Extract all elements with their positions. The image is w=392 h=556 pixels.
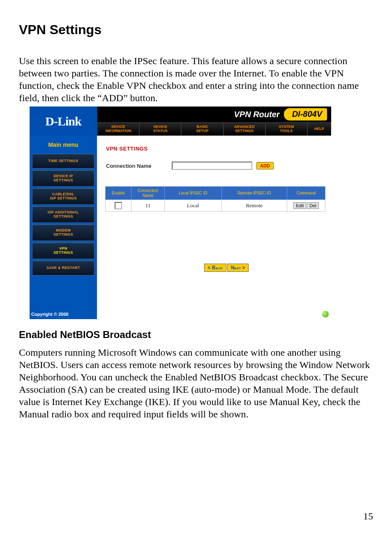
sidebar: Main menu TIME SETTINGS DEVICE IPSETTING… — [30, 136, 97, 319]
section-netbios-body: Computers running Microsoft Windows can … — [19, 346, 373, 420]
topnav-advanced-settings[interactable]: ADVANCEDSETTINGS — [224, 122, 265, 136]
status-indicator-icon — [322, 311, 329, 317]
edit-button[interactable]: Edit — [293, 202, 306, 209]
topnav-help[interactable]: HELP — [307, 122, 331, 136]
cell-connection-name: 11 — [131, 200, 165, 212]
top-nav: DEVICEINFORMATION DEVICESTATUS BASICSETU… — [97, 122, 331, 136]
content-pane: VPN SETTINGS Connection Name ADD Enable … — [97, 136, 331, 319]
connections-table: Enable ConnectionName Local IPSEC ID Rem… — [105, 186, 325, 212]
header-right: VPN Router DI-804V DEVICEINFORMATION DEV… — [97, 107, 331, 136]
add-button[interactable]: ADD — [256, 162, 274, 169]
th-remote-ipsec: Remote IPSEC ID — [221, 187, 287, 200]
topnav-device-status[interactable]: DEVICESTATUS — [139, 122, 181, 136]
router-header: D-Link VPN Router DI-804V DEVICEINFORMAT… — [30, 107, 331, 136]
next-button[interactable]: Next > — [227, 264, 249, 272]
copyright-text: Copyright © 2000 — [31, 312, 69, 317]
del-button[interactable]: Del — [307, 202, 319, 209]
th-command: Command — [287, 187, 325, 200]
th-local-ipsec: Local IPSEC ID — [165, 187, 222, 200]
back-button[interactable]: < Back — [204, 264, 226, 272]
sidebar-item-isp-additional[interactable]: ISP ADDITIONALSETTINGS — [32, 206, 95, 223]
router-title: VPN Router — [234, 110, 280, 119]
topnav-device-information[interactable]: DEVICEINFORMATION — [97, 122, 139, 136]
sidebar-item-time-settings[interactable]: TIME SETTINGS — [32, 154, 95, 169]
connection-name-input[interactable] — [172, 162, 252, 170]
router-screenshot: D-Link VPN Router DI-804V DEVICEINFORMAT… — [30, 107, 331, 319]
topnav-system-tools[interactable]: SYSTEMTOOLS — [265, 122, 307, 136]
connection-name-label: Connection Name — [106, 163, 172, 169]
section-netbios-heading: Enabled NetBIOS Broadcast — [19, 329, 373, 341]
sidebar-item-device-ip[interactable]: DEVICE IPSETTINGS — [32, 170, 95, 187]
page-number: 15 — [19, 511, 373, 522]
th-connection-name: ConnectionName — [131, 187, 165, 200]
topnav-basic-setup[interactable]: BASICSETUP — [181, 122, 223, 136]
connection-name-row: Connection Name ADD — [97, 152, 331, 170]
page-title: VPN Settings — [19, 22, 373, 37]
model-badge: DI-804V — [284, 108, 327, 120]
enable-checkbox[interactable] — [115, 202, 122, 209]
pane-heading: VPN SETTINGS — [97, 136, 331, 152]
dlink-logo: D-Link — [30, 107, 97, 136]
sidebar-item-cable-dsl[interactable]: CABLE/DSLISP SETTINGS — [32, 188, 95, 205]
nav-buttons: < BackNext > — [122, 260, 331, 272]
cell-remote-ipsec: Remote — [221, 200, 287, 212]
sidebar-item-vpn[interactable]: VPNSETTINGS — [32, 243, 95, 259]
main-menu-label: Main menu — [30, 136, 97, 152]
table-row: 11 Local Remote EditDel — [106, 200, 325, 212]
cell-local-ipsec: Local — [165, 200, 222, 212]
intro-paragraph: Use this screen to enable the IPSec feat… — [19, 55, 373, 104]
th-enable: Enable — [106, 187, 131, 200]
sidebar-item-modem[interactable]: MODEMSETTINGS — [32, 225, 95, 241]
sidebar-item-save-restart[interactable]: SAVE & RESTART — [32, 261, 95, 276]
